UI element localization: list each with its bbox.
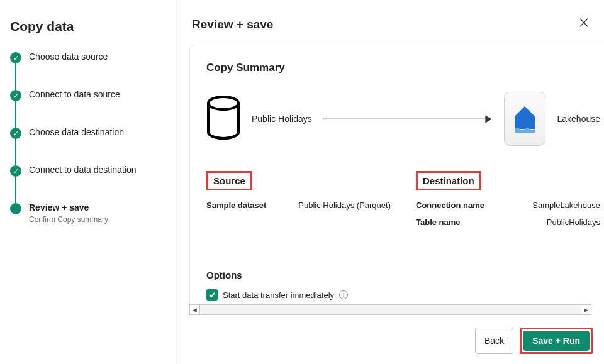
dest-kv-connection: Connection name SampleLakehouse	[416, 201, 600, 210]
destination-name: Lakehouse	[557, 114, 600, 124]
source-kv-dataset: Sample dataset Public Holidays (Parquet)	[206, 201, 391, 210]
current-step-icon	[10, 203, 21, 214]
scroll-right-button[interactable]: ▶	[581, 304, 591, 315]
main-panel: Review + save Copy Summary Public Holida…	[176, 0, 604, 364]
step-label: Choose data source	[29, 52, 164, 62]
step-connect-source[interactable]: ✓ Connect to data source	[10, 89, 164, 127]
step-choose-source[interactable]: ✓ Choose data source	[10, 52, 164, 89]
highlight-box: Save + Run	[520, 328, 593, 354]
horizontal-scrollbar[interactable]: ◀ ▶	[189, 304, 591, 315]
scroll-left-button[interactable]: ◀	[189, 304, 200, 315]
close-icon	[579, 18, 589, 28]
summary-card: Copy Summary Public Holidays	[189, 45, 604, 304]
check-icon	[208, 291, 216, 299]
save-run-button[interactable]: Save + Run	[523, 331, 590, 351]
dest-kv-table: Table name PublicHolidays	[416, 218, 600, 227]
wizard-steps: ✓ Choose data source ✓ Connect to data s…	[10, 52, 164, 224]
arrow-right-icon	[323, 113, 493, 126]
kv-value: SampleLakehouse	[532, 201, 600, 210]
start-transfer-label: Start data transfer immediately	[223, 290, 334, 300]
wizard-title: Copy data	[10, 19, 164, 34]
step-label: Connect to data source	[29, 89, 164, 99]
card-title: Copy Summary	[206, 62, 600, 74]
kv-value: Public Holidays (Parquet)	[298, 201, 391, 210]
kv-label: Table name	[416, 218, 461, 227]
destination-column: Destination Connection name SampleLakeho…	[416, 171, 600, 234]
check-icon: ✓	[10, 90, 21, 101]
step-label: Connect to data destination	[29, 165, 164, 175]
lakehouse-icon	[504, 92, 545, 146]
check-icon: ✓	[10, 128, 21, 139]
info-icon[interactable]: i	[339, 290, 348, 299]
source-name: Public Holidays	[252, 114, 312, 124]
content-scroll[interactable]: Copy Summary Public Holidays	[177, 45, 604, 304]
kv-label: Sample dataset	[206, 201, 266, 210]
step-connect-dest[interactable]: ✓ Connect to data destination	[10, 165, 164, 202]
source-heading: Source	[206, 171, 252, 190]
database-icon	[206, 96, 240, 143]
step-sublabel: Confirm Copy summary	[29, 215, 164, 224]
check-icon: ✓	[10, 165, 21, 177]
back-button[interactable]: Back	[475, 328, 513, 354]
start-transfer-checkbox[interactable]	[206, 289, 218, 301]
step-review-save[interactable]: Review + save Confirm Copy summary	[10, 202, 164, 224]
main-header: Review + save	[177, 15, 604, 45]
svg-point-0	[208, 97, 238, 109]
source-column: Source Sample dataset Public Holidays (P…	[206, 171, 391, 234]
options-heading: Options	[206, 270, 600, 280]
page-title: Review + save	[192, 18, 273, 31]
details-row: Source Sample dataset Public Holidays (P…	[206, 171, 600, 234]
step-label: Choose data destination	[29, 127, 164, 137]
flow-diagram: Public Holidays Lakehouse	[206, 92, 600, 146]
destination-heading: Destination	[416, 171, 481, 190]
footer-actions: Back Save + Run	[177, 315, 604, 364]
kv-label: Connection name	[416, 201, 484, 210]
kv-value: PublicHolidays	[547, 218, 600, 227]
wizard-sidebar: Copy data ✓ Choose data source ✓ Connect…	[0, 0, 176, 364]
close-button[interactable]	[576, 15, 591, 33]
check-icon: ✓	[10, 52, 21, 63]
step-choose-dest[interactable]: ✓ Choose data destination	[10, 127, 164, 165]
step-label: Review + save	[29, 202, 164, 212]
start-transfer-option: Start data transfer immediately i	[206, 289, 600, 301]
scroll-track[interactable]	[200, 304, 581, 315]
